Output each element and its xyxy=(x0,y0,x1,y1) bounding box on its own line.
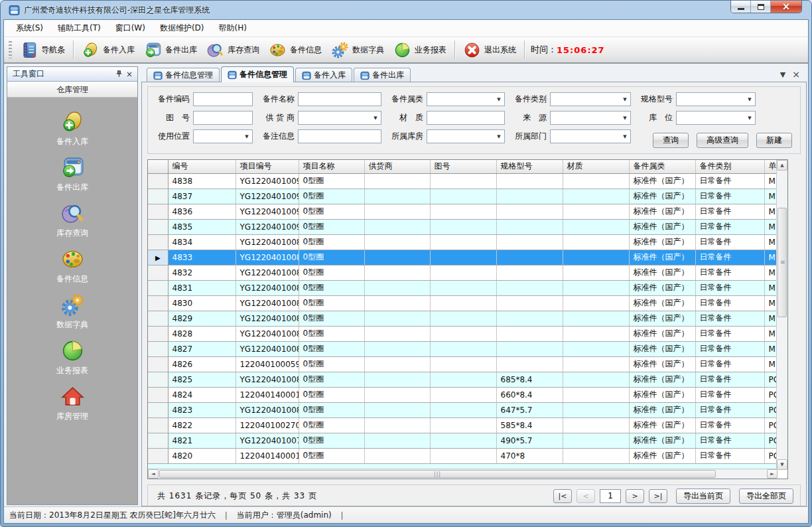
table-cell[interactable]: PC xyxy=(764,448,778,463)
table-cell[interactable]: 0型圈 xyxy=(299,234,364,250)
table-cell[interactable] xyxy=(364,387,430,402)
toolbar-nav-bar-button[interactable]: 导航条 xyxy=(15,39,70,61)
storage-location-select[interactable]: ▼ xyxy=(676,111,756,125)
table-cell[interactable]: 日常备件 xyxy=(695,311,764,326)
table-row[interactable]: 4830YG122040100850型圈标准件（国产）日常备件M xyxy=(148,295,778,311)
table-cell[interactable]: 4826 xyxy=(168,356,236,372)
table-cell[interactable]: 日常备件 xyxy=(695,341,764,356)
col-header-spec[interactable]: 规格型号 xyxy=(496,160,563,173)
table-cell[interactable]: 660*8.4 xyxy=(496,387,563,402)
table-cell[interactable]: 0型圈 xyxy=(299,219,364,234)
table-cell[interactable]: 标准件（国产） xyxy=(629,265,695,280)
table-cell[interactable]: 标准件（国产） xyxy=(629,188,695,204)
table-cell[interactable]: M xyxy=(764,234,778,250)
table-cell[interactable]: 日常备件 xyxy=(695,372,764,387)
tab-parts-info-mgmt-1[interactable]: 备件信息管理 xyxy=(147,68,220,82)
table-cell[interactable]: YG12204010087 xyxy=(236,265,299,280)
last-page-button[interactable]: >| xyxy=(649,489,667,503)
table-row[interactable]: 4832YG122040100870型圈标准件（国产）日常备件M xyxy=(148,265,778,280)
table-cell[interactable]: 日常备件 xyxy=(695,265,764,280)
row-header-cell[interactable] xyxy=(148,341,168,356)
table-cell[interactable] xyxy=(364,402,430,417)
table-cell[interactable]: M xyxy=(764,265,778,280)
table-cell[interactable]: 0型圈 xyxy=(299,387,364,402)
table-cell[interactable] xyxy=(496,173,563,188)
table-cell[interactable] xyxy=(430,204,496,219)
prev-page-button[interactable]: < xyxy=(576,489,595,503)
menu-window[interactable]: 窗口(W) xyxy=(109,20,152,37)
selected-row-marker[interactable]: ▶ xyxy=(148,250,168,265)
sidebar-item-parts-inbound[interactable]: 备件入库 xyxy=(7,106,137,151)
table-cell[interactable] xyxy=(430,219,496,234)
table-row[interactable]: 4825YG122040100810型圈685*8.4标准件（国产）日常备件PC xyxy=(148,372,778,387)
table-cell[interactable] xyxy=(364,265,430,280)
row-header-cell[interactable] xyxy=(148,326,168,341)
table-cell[interactable]: 日常备件 xyxy=(695,295,764,311)
scroll-down-icon[interactable]: ▼ xyxy=(777,459,787,470)
table-cell[interactable]: 标准件（国产） xyxy=(629,250,695,265)
table-cell[interactable] xyxy=(496,234,563,250)
table-cell[interactable] xyxy=(430,234,496,250)
row-header-cell[interactable] xyxy=(148,265,168,280)
table-cell[interactable]: M xyxy=(764,311,778,326)
table-cell[interactable] xyxy=(430,188,496,204)
table-cell[interactable] xyxy=(364,295,430,311)
table-cell[interactable] xyxy=(430,433,496,448)
table-cell[interactable]: YG12204010080 xyxy=(236,402,299,417)
table-cell[interactable] xyxy=(496,250,563,265)
toolbar-data-dictionary-button[interactable]: 数据字典 xyxy=(326,39,389,61)
use-position-select[interactable]: ▼ xyxy=(193,129,253,143)
page-number-input[interactable] xyxy=(600,489,621,503)
table-cell[interactable]: 标准件（国产） xyxy=(629,448,695,463)
table-cell[interactable] xyxy=(563,173,629,188)
table-cell[interactable]: 标准件（国产） xyxy=(629,387,695,402)
table-cell[interactable]: PC xyxy=(764,387,778,402)
query-button[interactable]: 查询 xyxy=(653,133,689,148)
table-row[interactable]: 482012204014000130型圈470*8标准件（国产）日常备件PC xyxy=(148,448,778,463)
table-cell[interactable] xyxy=(496,326,563,341)
table-cell[interactable]: M xyxy=(764,204,778,219)
table-cell[interactable] xyxy=(563,387,629,402)
table-cell[interactable] xyxy=(430,341,496,356)
sidebar-item-warehouse-management[interactable]: 库房管理 xyxy=(7,380,137,426)
table-cell[interactable] xyxy=(563,372,629,387)
table-row[interactable]: 4823YG122040100800型圈647*5.7标准件（国产）日常备件PC xyxy=(148,402,778,417)
department-select[interactable]: ▼ xyxy=(550,129,631,143)
sidebar-item-business-report[interactable]: 业务报表 xyxy=(7,335,137,380)
table-cell[interactable]: 4832 xyxy=(168,265,236,280)
table-cell[interactable]: 日常备件 xyxy=(695,204,764,219)
table-cell[interactable] xyxy=(563,326,629,341)
col-header-category[interactable]: 备件类别 xyxy=(695,160,764,173)
table-cell[interactable]: 标准件（国产） xyxy=(629,372,695,387)
row-header-cell[interactable] xyxy=(148,387,168,402)
table-cell[interactable]: 标准件（国产） xyxy=(629,326,695,341)
table-cell[interactable] xyxy=(364,448,430,463)
table-row[interactable]: 4834YG122040100890型圈标准件（国产）日常备件M xyxy=(148,234,778,250)
vertical-scroll-thumb[interactable] xyxy=(778,208,787,317)
table-cell[interactable]: 日常备件 xyxy=(695,219,764,234)
close-button[interactable]: × xyxy=(771,1,801,13)
table-cell[interactable]: 0型圈 xyxy=(299,173,364,188)
table-cell[interactable]: 标准件（国产） xyxy=(629,402,695,417)
table-cell[interactable]: 标准件（国产） xyxy=(629,356,695,372)
table-cell[interactable]: 0型圈 xyxy=(299,448,364,463)
table-cell[interactable] xyxy=(496,311,563,326)
table-cell[interactable] xyxy=(430,417,496,433)
table-row[interactable]: 4838YG122040100930型圈标准件（国产）日常备件M xyxy=(148,173,778,188)
table-cell[interactable]: 标准件（国产） xyxy=(629,280,695,295)
table-cell[interactable]: YG12204010093 xyxy=(236,173,299,188)
horizontal-scrollbar[interactable]: ◄ ► xyxy=(148,469,778,479)
table-cell[interactable]: YG12204010089 xyxy=(236,234,299,250)
table-cell[interactable] xyxy=(563,250,629,265)
table-cell[interactable]: 0型圈 xyxy=(299,280,364,295)
table-cell[interactable] xyxy=(364,433,430,448)
row-header-cell[interactable] xyxy=(148,219,168,234)
row-header-cell[interactable] xyxy=(148,311,168,326)
row-header-cell[interactable] xyxy=(148,204,168,219)
table-cell[interactable] xyxy=(496,356,563,372)
remark-input[interactable] xyxy=(298,129,381,143)
part-genus-select[interactable]: ▼ xyxy=(427,92,505,106)
table-cell[interactable] xyxy=(563,219,629,234)
table-cell[interactable]: YG12204010079 xyxy=(236,433,299,448)
new-button[interactable]: 新建 xyxy=(756,133,792,148)
